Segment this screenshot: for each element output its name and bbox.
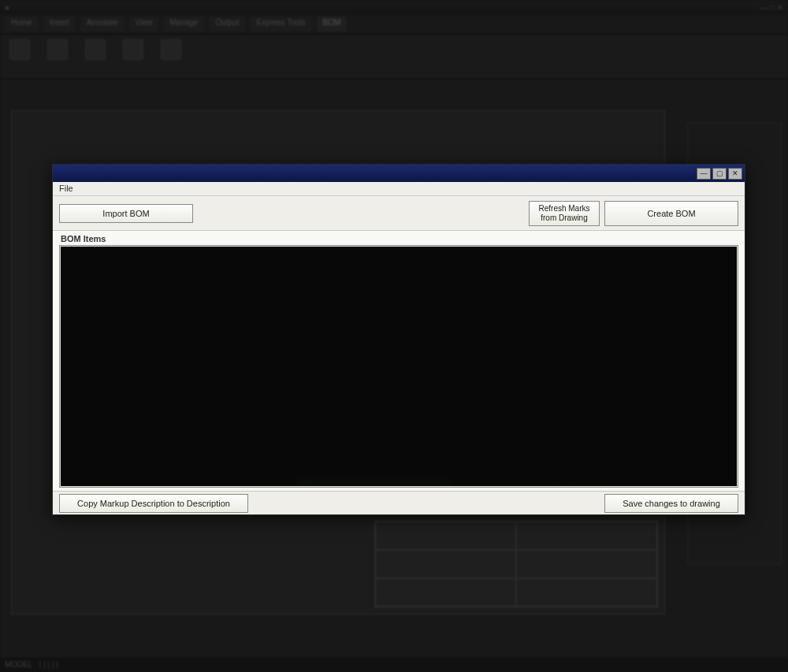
import-bom-button[interactable]: Import BOM bbox=[59, 204, 193, 223]
dialog-footer: Copy Markup Description to Description S… bbox=[53, 491, 745, 514]
dialog-titlebar: — ▢ ✕ bbox=[53, 165, 745, 182]
refresh-marks-button[interactable]: Refresh Marks from Drawing bbox=[529, 201, 600, 226]
save-changes-button[interactable]: Save changes to drawing bbox=[604, 494, 738, 513]
dialog-toolbar: Import BOM Refresh Marks from Drawing Cr… bbox=[53, 196, 745, 231]
dim-e-cell[interactable] bbox=[60, 246, 738, 487]
maximize-icon[interactable]: ▢ bbox=[712, 168, 727, 180]
bom-dialog: — ▢ ✕ File Import BOM Refresh Marks from… bbox=[52, 164, 745, 515]
table-row[interactable]: PIPE SCH40 2inPIPE SCH40 2in1600-020 bbox=[61, 478, 738, 488]
bom-grid[interactable]: Edit Category Description Markup Descrip… bbox=[59, 245, 738, 488]
section-label: BOM Items bbox=[53, 231, 745, 245]
create-bom-button[interactable]: Create BOM bbox=[604, 201, 738, 226]
minimize-icon[interactable]: — bbox=[697, 168, 711, 180]
dialog-menu[interactable]: File bbox=[53, 182, 745, 196]
close-icon[interactable]: ✕ bbox=[728, 168, 742, 180]
copy-description-button[interactable]: Copy Markup Description to Description bbox=[59, 494, 248, 513]
